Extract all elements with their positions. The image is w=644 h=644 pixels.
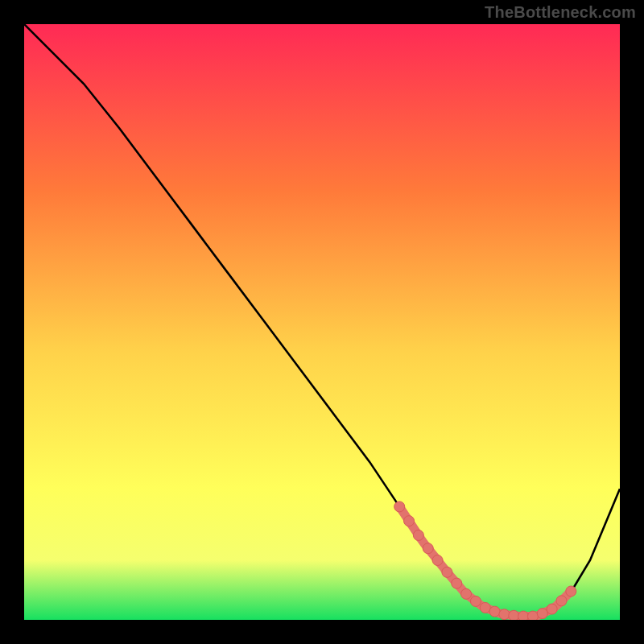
highlight-dot xyxy=(461,588,472,599)
highlight-dot xyxy=(452,578,462,588)
highlight-dot xyxy=(556,596,567,606)
highlight-dot xyxy=(442,567,452,577)
highlight-dot xyxy=(394,502,405,512)
highlight-dot xyxy=(499,609,510,620)
highlight-dot xyxy=(470,596,481,606)
highlight-dot xyxy=(509,610,519,620)
highlight-dot xyxy=(566,586,576,597)
chart-plot-area xyxy=(24,24,620,620)
watermark-text: TheBottleneck.com xyxy=(485,3,636,22)
highlight-dot xyxy=(489,606,500,617)
highlight-dot xyxy=(423,543,433,554)
highlight-dot xyxy=(404,516,415,526)
chart-frame: TheBottleneck.com xyxy=(0,0,644,644)
highlight-dot xyxy=(432,555,443,566)
gradient-background xyxy=(24,24,620,620)
chart-svg xyxy=(24,24,620,620)
highlight-dot xyxy=(527,611,538,620)
highlight-dot xyxy=(518,611,529,620)
highlight-dot xyxy=(413,530,423,540)
highlight-dot xyxy=(547,604,557,614)
highlight-dot xyxy=(480,602,490,613)
highlight-dot xyxy=(537,609,547,619)
